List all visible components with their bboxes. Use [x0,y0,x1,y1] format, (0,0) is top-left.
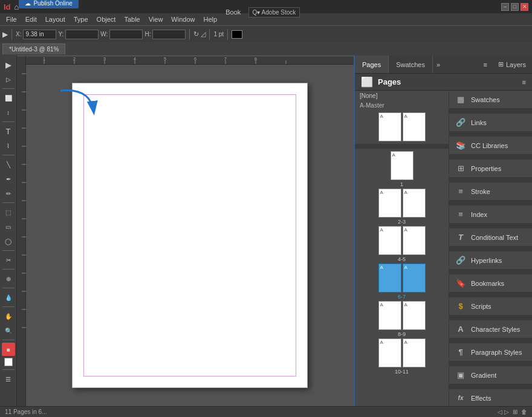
direct-select-tool[interactable]: ▷ [2,73,15,86]
stroke-icon: ≡ [455,186,466,197]
menu-table[interactable]: Table [120,15,143,24]
page-45-spread: A A [378,226,426,255]
gap-tool[interactable]: ↕ [2,106,15,119]
title-bar-right: – □ ✕ [501,3,528,11]
page-4-thumb[interactable]: A [378,226,401,255]
type-on-path-tool[interactable]: ⌇ [2,139,15,152]
status-delete-icon[interactable]: 🗑 [521,409,527,415]
page-6-thumb[interactable]: A [378,263,401,293]
page-9-thumb[interactable]: A [403,301,426,330]
tab-more[interactable]: » [433,61,444,68]
pen-tool[interactable]: ✒ [2,172,15,186]
menu-item-swatches[interactable]: ▦ Swatches [449,91,532,109]
menu-item-effects[interactable]: fx Effects [449,389,532,406]
hand-tool[interactable]: ✋ [2,309,15,323]
page-3-thumb[interactable]: A [403,189,426,218]
tool-separator-6 [2,269,15,270]
menu-item-gradient[interactable]: ▣ Gradient [449,366,532,384]
page-7-thumb[interactable]: A [403,263,426,293]
page-group-67: A A 6-7 [378,263,426,300]
rectangle-frame-tool[interactable]: ⬚ [2,205,15,219]
doc-tab-bar: *Untitled-3 @ 81% [0,42,532,56]
page-23-spread: A A [378,189,426,218]
master-page-left[interactable]: A [378,112,401,141]
menu-window[interactable]: Window [167,15,198,24]
panel-tab-menu[interactable]: ≡ [479,61,492,68]
menu-item-character-styles[interactable]: A Character Styles [449,320,532,338]
menu-item-stroke[interactable]: ≡ Stroke [449,183,532,201]
x-input[interactable] [23,30,56,39]
menu-item-index[interactable]: ≡ Index [449,205,532,224]
page-10-thumb[interactable]: A [378,338,401,367]
menu-item-paragraph-styles[interactable]: ¶ Paragraph Styles [449,343,532,361]
line-tool[interactable]: ╲ [2,158,15,171]
page-8-thumb[interactable]: A [378,301,401,330]
menu-item-bookmarks[interactable]: 🔖 Bookmarks [449,274,532,293]
zoom-tool[interactable]: 🔍 [2,324,15,337]
ellipse-tool[interactable]: ◯ [2,234,15,248]
page-11-thumb[interactable]: A [403,338,426,367]
h-input[interactable] [152,30,186,39]
tab-swatches[interactable]: Swatches [389,56,433,73]
menu-item-links[interactable]: 🔗 Links [449,114,532,132]
panel-options-button[interactable]: ≡ [522,79,526,86]
w-label: W: [100,31,108,37]
panel-menu-list: ▦ Swatches 🔗 Links 📚 CC Libraries ⊞ Prop… [449,91,532,406]
menu-item-cc-libraries[interactable]: 📚 CC Libraries [449,137,532,155]
toolbar-separator-3 [209,29,210,40]
rectangle-tool[interactable]: ▭ [2,220,15,233]
eyedropper-tool[interactable]: 💧 [2,291,15,304]
menu-item-conditional-text[interactable]: T Conditional Text [449,228,532,247]
svg-text:5: 5 [164,57,166,61]
publish-online-button[interactable]: ☁ Publish Online [19,0,78,8]
menu-sep-9 [449,293,532,297]
view-mode[interactable]: ☰ [2,372,15,386]
minimize-button[interactable]: – [501,3,509,11]
menu-help[interactable]: Help [199,15,221,24]
tool-separator-5 [2,250,15,251]
status-grid-icon[interactable]: ⊞ [513,409,517,415]
menu-edit[interactable]: Edit [22,15,41,24]
selection-tool-icon[interactable]: ▶ [2,30,8,39]
adobe-stock-search[interactable]: Q▾ Adobe Stock [248,7,300,18]
menu-object[interactable]: Object [93,15,120,24]
master-letter: A [380,114,383,119]
home-icon[interactable]: ⌂ [15,2,19,11]
close-button[interactable]: ✕ [521,3,528,11]
w-input[interactable] [109,30,143,39]
stroke-widget[interactable] [4,358,13,366]
document-tab[interactable]: *Untitled-3 @ 81% [2,44,65,54]
menu-layout[interactable]: Layout [42,15,69,24]
page-1-thumb[interactable]: A [391,151,414,180]
book-label: Book [225,8,241,16]
menu-view[interactable]: View [145,15,167,24]
title-bar-center: ☁ Publish Online Book Q▾ Adobe Stock [19,0,501,16]
menu-sep-8 [449,270,532,274]
page-2-thumb[interactable]: A [378,189,401,218]
page-tool[interactable]: ⬜ [2,91,15,105]
menu-item-properties[interactable]: ⊞ Properties [449,160,532,178]
gradient-icon: ▣ [455,370,466,381]
fill-color[interactable] [232,30,242,39]
status-page-nav[interactable]: ◁ ▷ [498,409,509,415]
pages-panel-title: Pages [378,77,401,86]
menu-sep-4 [449,178,532,183]
tab-pages[interactable]: Pages [355,56,389,73]
menu-item-hyperlinks[interactable]: 🔗 Hyperlinks [449,251,532,270]
tab-layers[interactable]: ⊞ Layers [492,56,532,73]
maximize-button[interactable]: □ [511,3,519,11]
scissors-tool[interactable]: ✂ [2,253,15,267]
selection-tool[interactable]: ▶ [2,58,15,71]
y-input[interactable] [65,30,99,39]
free-transform-tool[interactable]: ⊕ [2,272,15,285]
menu-file[interactable]: File [2,15,21,24]
pencil-tool[interactable]: ✏ [2,187,15,200]
master-page-right[interactable]: A [403,112,426,141]
menu-type[interactable]: Type [70,15,92,24]
fill-stroke-widget[interactable]: ■ [2,343,15,356]
pages-panel-header: ⬜ Pages ≡ [355,74,532,91]
menu-item-scripts[interactable]: $ Scripts [449,297,532,315]
master-letter-r: A [404,114,407,119]
type-tool[interactable]: T [2,124,15,138]
page-5-thumb[interactable]: A [403,226,426,255]
